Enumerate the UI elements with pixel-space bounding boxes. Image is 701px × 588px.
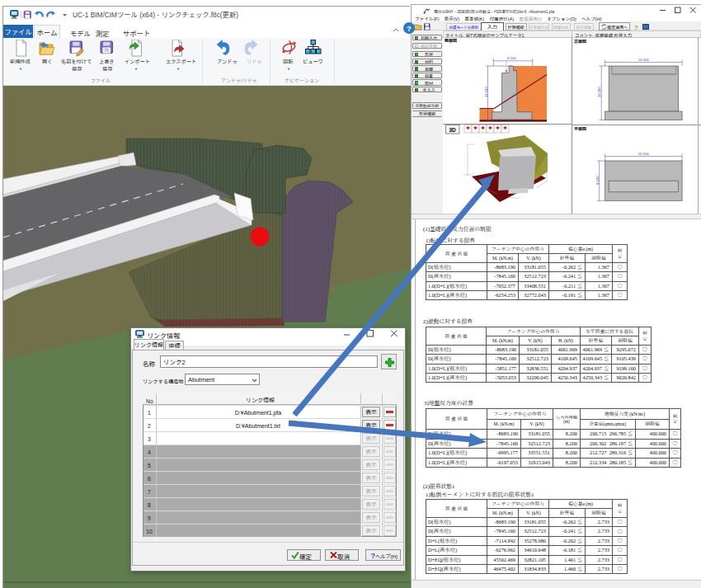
svg-text:正面図: 正面図 [574,38,586,44]
svg-text:8.200: 8.200 [595,176,600,185]
svg-text:3D: 3D [449,125,457,134]
svg-text:側面図: 側面図 [444,37,457,43]
svg-text:平面図: 平面図 [574,125,586,131]
svg-text:11.500: 11.500 [596,87,601,97]
svg-text:16.300: 16.300 [638,151,649,156]
svg-text:8.200: 8.200 [507,55,516,60]
svg-text:11.500: 11.500 [483,87,488,97]
svg-text:16.300: 16.300 [638,57,649,62]
